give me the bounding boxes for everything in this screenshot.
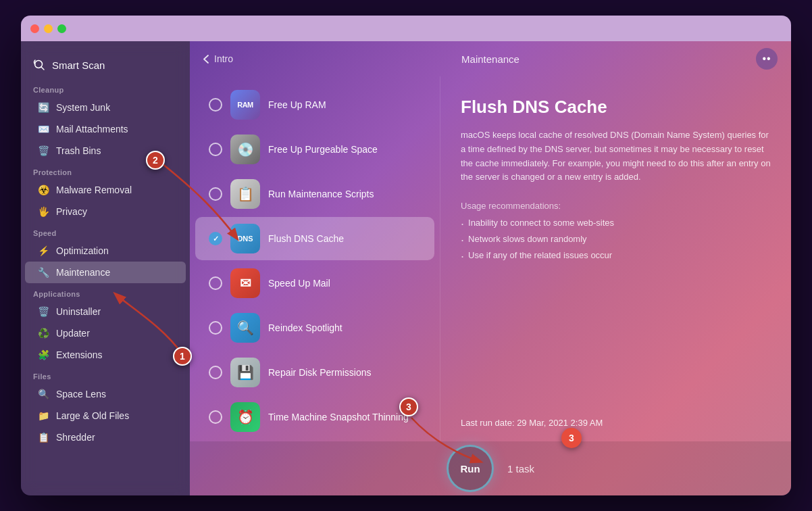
sidebar-item-optimization[interactable]: ⚡Optimization	[25, 240, 186, 262]
smart-scan-icon	[33, 59, 45, 71]
usage-list-item: Use if any of the related issues occur	[461, 250, 771, 262]
task-item-free-up-purgeable[interactable]: 💿Free Up Purgeable Space	[195, 128, 434, 171]
run-button[interactable]: Run	[447, 445, 494, 492]
trash-bins-icon: 🗑️	[37, 145, 49, 157]
privacy-icon: 🖐️	[37, 205, 49, 218]
task-radio-free-up-ram[interactable]	[209, 98, 222, 112]
sidebar: Smart Scan Cleanup🔄System Junk✉️Mail Att…	[21, 41, 190, 495]
task-icon-free-up-ram: RAM	[230, 90, 260, 120]
task-item-flush-dns-cache[interactable]: DNSFlush DNS Cache	[195, 217, 434, 260]
app-window: Smart Scan Cleanup🔄System Junk✉️Mail Att…	[21, 16, 791, 495]
updater-icon: ♻️	[37, 327, 49, 339]
task-item-free-up-ram[interactable]: RAMFree Up RAM	[195, 83, 434, 126]
close-button[interactable]	[30, 24, 39, 33]
traffic-lights	[30, 24, 66, 33]
title-bar	[21, 16, 791, 41]
sidebar-item-maintenance[interactable]: 🔧Maintenance	[25, 262, 186, 283]
space-lens-icon: 🔍	[37, 388, 49, 400]
task-item-speed-up-mail[interactable]: ✉Speed Up Mail	[195, 262, 434, 305]
sidebar-item-trash-bins[interactable]: 🗑️Trash Bins	[25, 140, 186, 162]
large-old-files-label: Large & Old Files	[56, 410, 129, 421]
sidebar-sections: Cleanup🔄System Junk✉️Mail Attachments🗑️T…	[21, 79, 190, 448]
maintenance-label: Maintenance	[56, 267, 110, 278]
sidebar-item-uninstaller[interactable]: 🗑️Uninstaller	[25, 301, 186, 322]
task-count: 1 task	[507, 463, 534, 474]
last-run-label: Last run date:	[461, 418, 517, 428]
detail-footer: Last run date: 29 Mar, 2021 2:39 AM	[461, 404, 771, 428]
back-label: Intro	[214, 53, 233, 64]
task-item-run-maintenance-scripts[interactable]: 📋Run Maintenance Scripts	[195, 172, 434, 216]
task-name-run-maintenance-scripts: Run Maintenance Scripts	[268, 189, 374, 199]
sidebar-section-speed: Speed	[21, 222, 190, 240]
main-content: RAMFree Up RAM💿Free Up Purgeable Space📋R…	[190, 76, 791, 441]
task-item-time-machine-snapshot[interactable]: ⏰Time Machine Snapshot Thinning	[195, 395, 434, 439]
usage-list-item: Inability to connect to some web-sites	[461, 218, 771, 230]
task-radio-reindex-spotlight[interactable]	[209, 321, 222, 335]
minimize-button[interactable]	[44, 24, 53, 33]
task-name-reindex-spotlight: Reindex Spotlight	[268, 322, 342, 333]
privacy-label: Privacy	[56, 206, 87, 217]
optimization-icon: ⚡	[37, 245, 49, 257]
updater-label: Updater	[56, 328, 90, 339]
malware-removal-label: Malware Removal	[56, 185, 132, 195]
task-radio-speed-up-mail[interactable]	[209, 276, 222, 290]
sidebar-item-malware-removal[interactable]: ☣️Malware Removal	[25, 179, 186, 201]
usage-list-item: Network slows down randomly	[461, 234, 771, 246]
task-list: RAMFree Up RAM💿Free Up Purgeable Space📋R…	[190, 76, 440, 441]
maximize-button[interactable]	[57, 24, 66, 33]
system-junk-label: System Junk	[56, 102, 110, 113]
trash-bins-label: Trash Bins	[56, 145, 101, 156]
sidebar-section-files: Files	[21, 366, 190, 383]
task-icon-free-up-purgeable: 💿	[230, 135, 260, 164]
task-icon-time-machine-snapshot: ⏰	[230, 402, 260, 432]
shredder-icon: 📋	[37, 431, 49, 443]
usage-list: Inability to connect to some web-sitesNe…	[461, 218, 771, 262]
detail-panel: Flush DNS Cache macOS keeps local cache …	[440, 76, 791, 441]
task-name-speed-up-mail: Speed Up Mail	[268, 278, 330, 289]
content-area: Smart Scan Cleanup🔄System Junk✉️Mail Att…	[21, 41, 791, 495]
back-button[interactable]: Intro	[203, 53, 233, 64]
sidebar-item-system-junk[interactable]: 🔄System Junk	[25, 97, 186, 118]
sidebar-item-mail-attachments[interactable]: ✉️Mail Attachments	[25, 118, 186, 140]
sidebar-section-applications: Applications	[21, 283, 190, 301]
maintenance-icon: 🔧	[37, 266, 49, 278]
last-run-date: Last run date: 29 Mar, 2021 2:39 AM	[461, 418, 603, 428]
task-name-free-up-purgeable: Free Up Purgeable Space	[268, 144, 378, 155]
space-lens-label: Space Lens	[56, 389, 106, 399]
task-radio-time-machine-snapshot[interactable]	[209, 410, 222, 424]
sidebar-section-protection: Protection	[21, 162, 190, 179]
sidebar-item-updater[interactable]: ♻️Updater	[25, 322, 186, 344]
sidebar-item-extensions[interactable]: 🧩Extensions	[25, 344, 186, 366]
malware-removal-icon: ☣️	[37, 184, 49, 196]
large-old-files-icon: 📁	[37, 410, 49, 422]
system-junk-icon: 🔄	[37, 101, 49, 114]
usage-recommendations-title: Usage recommendations:	[461, 201, 771, 211]
task-icon-speed-up-mail: ✉	[230, 268, 260, 298]
bottom-bar: Run 1 task 3	[190, 441, 791, 495]
task-icon-repair-disk-permissions: 💾	[230, 358, 260, 387]
task-name-repair-disk-permissions: Repair Disk Permissions	[268, 367, 371, 378]
sidebar-item-space-lens[interactable]: 🔍Space Lens	[25, 383, 186, 405]
task-radio-free-up-purgeable[interactable]	[209, 143, 222, 156]
task-item-repair-disk-permissions[interactable]: 💾Repair Disk Permissions	[195, 351, 434, 394]
detail-description: macOS keeps local cache of resolved DNS …	[461, 128, 771, 185]
sidebar-item-privacy[interactable]: 🖐️Privacy	[25, 201, 186, 222]
shredder-label: Shredder	[56, 432, 95, 443]
sidebar-item-smart-scan[interactable]: Smart Scan	[21, 52, 190, 78]
extensions-label: Extensions	[56, 349, 102, 360]
task-radio-run-maintenance-scripts[interactable]	[209, 187, 222, 201]
mail-attachments-label: Mail Attachments	[56, 124, 128, 135]
mail-attachments-icon: ✉️	[37, 123, 49, 135]
optimization-label: Optimization	[56, 245, 109, 256]
task-item-reindex-spotlight[interactable]: 🔍Reindex Spotlight	[195, 306, 434, 349]
task-radio-flush-dns-cache[interactable]	[209, 232, 222, 245]
smart-scan-label: Smart Scan	[52, 59, 105, 71]
sidebar-item-shredder[interactable]: 📋Shredder	[25, 427, 186, 448]
task-radio-repair-disk-permissions[interactable]	[209, 366, 222, 379]
header-title: Maintenance	[461, 53, 519, 65]
task-name-free-up-ram: Free Up RAM	[268, 99, 326, 110]
sidebar-item-large-old-files[interactable]: 📁Large & Old Files	[25, 405, 186, 427]
svg-line-1	[41, 67, 44, 70]
more-options-button[interactable]: ••	[756, 48, 778, 70]
task-name-flush-dns-cache: Flush DNS Cache	[268, 233, 344, 244]
